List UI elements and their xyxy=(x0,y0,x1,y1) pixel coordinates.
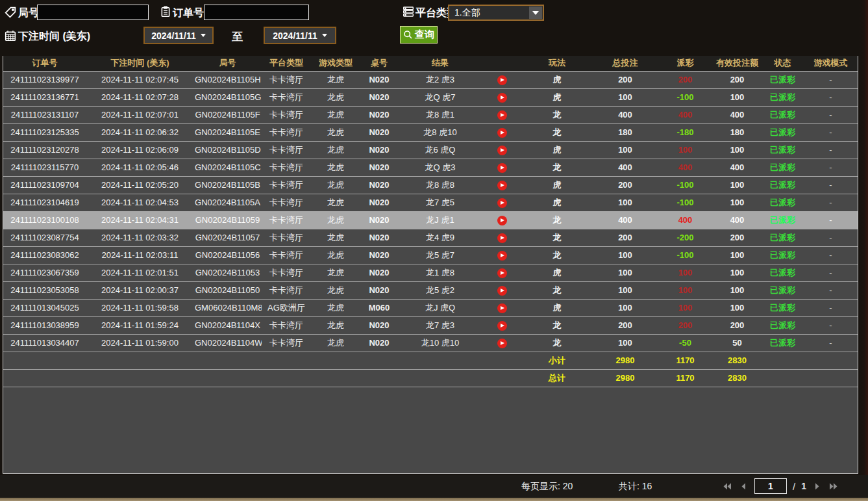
payout-cell: 400 xyxy=(658,211,713,229)
bet-time-cell: 2024-11-11 01:59:00 xyxy=(86,334,193,352)
game-mode-cell: - xyxy=(804,246,858,264)
query-button[interactable]: 查询 xyxy=(400,26,438,44)
table-no-cell: N020 xyxy=(360,123,398,141)
bet-time-cell: 2024-11-11 02:05:46 xyxy=(86,159,193,176)
replay-play-icon[interactable] xyxy=(497,163,507,173)
table-row[interactable]: 2411110230877542024-11-11 02:03:32GN0202… xyxy=(3,229,858,246)
round-id-cell: GN02024B1105A xyxy=(193,194,262,211)
summary-row: 总计298011702830 xyxy=(3,369,858,387)
status-cell: 已派彩 xyxy=(762,316,804,334)
replay-play-icon[interactable] xyxy=(497,198,507,208)
replay-play-icon[interactable] xyxy=(497,286,507,296)
table-row[interactable]: 2411110231311072024-11-11 02:07:01GN0202… xyxy=(3,106,858,123)
replay-play-icon[interactable] xyxy=(497,251,507,261)
round-id-cell: GN02024B1105D xyxy=(193,141,262,159)
table-row[interactable]: 2411110130450252024-11-11 01:59:58GM0602… xyxy=(3,299,858,316)
orders-table: 订单号下注时间 (美东)局号平台类型游戏类型桌号结果玩法总投注派彩有效投注额状态… xyxy=(3,56,858,474)
table-row[interactable]: 2411110231202782024-11-11 02:06:09GN0202… xyxy=(3,141,858,159)
valid-bet-cell: 100 xyxy=(713,194,762,211)
platform-cell: 卡卡湾厅 xyxy=(262,316,311,334)
replay-play-icon[interactable] xyxy=(497,146,507,155)
payout-cell: 400 xyxy=(658,159,713,176)
table-row[interactable]: 2411110231097042024-11-11 02:05:20GN0202… xyxy=(3,176,858,194)
game-mode-cell: - xyxy=(804,334,858,352)
result-cell: 龙2 虎3 xyxy=(398,71,482,88)
table-row[interactable]: 2411110130344072024-11-11 01:59:00GN0202… xyxy=(3,334,858,352)
first-page-icon[interactable] xyxy=(722,481,732,491)
table-row[interactable]: 2411110230830622024-11-11 02:03:11GN0202… xyxy=(3,246,858,264)
table-row[interactable]: 2411110231399772024-11-11 02:07:45GN0202… xyxy=(3,71,858,88)
table-row[interactable]: 2411110231046192024-11-11 02:04:53GN0202… xyxy=(3,194,858,211)
table-row[interactable]: 2411110231157702024-11-11 02:05:46GN0202… xyxy=(3,159,858,176)
table-row[interactable]: 2411110231253352024-11-11 02:06:32GN0202… xyxy=(3,123,858,141)
valid-bet-cell: 100 xyxy=(713,246,762,264)
summary-empty-cell xyxy=(193,369,262,387)
status-cell: 已派彩 xyxy=(762,246,804,264)
next-page-icon[interactable] xyxy=(812,481,823,491)
prev-page-icon[interactable] xyxy=(738,481,749,491)
bet-time-cell: 2024-11-11 02:07:28 xyxy=(86,88,193,106)
platform-cell: 卡卡湾厅 xyxy=(262,194,311,211)
table-row[interactable]: 2411110230530582024-11-11 02:00:37GN0202… xyxy=(3,281,858,299)
game-type-cell: 龙虎 xyxy=(311,194,360,211)
total-count-value: 16 xyxy=(642,481,652,491)
bet-time-label: 下注时间 (美东) xyxy=(18,30,90,44)
replay-play-icon[interactable] xyxy=(497,110,507,120)
replay-play-icon[interactable] xyxy=(497,216,507,225)
table-no-cell: N020 xyxy=(360,211,398,229)
total-bet-cell: 200 xyxy=(593,176,658,194)
date-to-picker[interactable]: 2024/11/11 xyxy=(264,27,336,44)
table-row[interactable]: 2411110130389592024-11-11 01:59:24GN0202… xyxy=(3,316,858,334)
result-cell: 龙4 虎9 xyxy=(398,229,482,246)
replay-cell xyxy=(482,264,521,281)
order-number-input[interactable] xyxy=(204,5,309,20)
table-row[interactable]: 2411110230673592024-11-11 02:01:51GN0202… xyxy=(3,264,858,281)
status-cell: 已派彩 xyxy=(762,211,804,229)
result-cell: 龙5 虎2 xyxy=(398,281,482,299)
total-bet-cell: 200 xyxy=(593,316,658,334)
date-range-to-label: 至 xyxy=(232,29,243,44)
column-header: 玩法 xyxy=(521,56,593,71)
round-id-cell: GN02024B11053 xyxy=(193,264,262,281)
status-cell: 已派彩 xyxy=(762,141,804,159)
round-id-cell: GM06024B110M8 xyxy=(193,299,262,316)
replay-play-icon[interactable] xyxy=(497,75,507,85)
round-number-input[interactable] xyxy=(37,5,149,20)
table-row[interactable]: 2411110231367712024-11-11 02:07:28GN0202… xyxy=(3,88,858,106)
platform-cell: 卡卡湾厅 xyxy=(262,246,311,264)
game-type-cell: 龙虎 xyxy=(311,176,360,194)
date-from-picker[interactable]: 2024/11/11 xyxy=(143,27,214,44)
replay-play-icon[interactable] xyxy=(497,321,507,331)
column-header: 派彩 xyxy=(658,56,713,71)
result-cell: 龙8 虎1 xyxy=(398,106,482,123)
platform-cell: 卡卡湾厅 xyxy=(262,141,311,159)
summary-empty-cell xyxy=(482,369,521,387)
last-page-icon[interactable] xyxy=(828,481,839,491)
column-header: 总投注 xyxy=(593,56,658,71)
replay-play-icon[interactable] xyxy=(497,303,507,313)
column-header: 状态 xyxy=(762,56,804,71)
play-type-cell: 虎 xyxy=(521,176,593,194)
replay-play-icon[interactable] xyxy=(497,181,507,190)
replay-play-icon[interactable] xyxy=(497,233,507,243)
platform-cell: 卡卡湾厅 xyxy=(262,123,311,141)
result-cell: 龙Q 虎7 xyxy=(398,88,482,106)
summary-valid-bet-cell: 2830 xyxy=(713,369,762,387)
order-id-cell: 241111023115770 xyxy=(3,159,86,176)
replay-play-icon[interactable] xyxy=(497,268,507,278)
play-type-cell: 龙 xyxy=(521,246,593,264)
platform-type-select[interactable]: 1.全部 xyxy=(448,5,544,21)
replay-play-icon[interactable] xyxy=(497,128,507,138)
bet-time-cell: 2024-11-11 01:59:58 xyxy=(86,299,193,316)
order-id-cell: 241111013038959 xyxy=(3,316,86,334)
result-cell: 龙7 虎3 xyxy=(398,316,482,334)
replay-play-icon[interactable] xyxy=(497,339,507,348)
date-to-value: 2024/11/11 xyxy=(273,31,317,41)
table-no-cell: N020 xyxy=(360,281,398,299)
page-input[interactable]: 1 xyxy=(754,478,787,494)
table-row[interactable]: 2411110231001082024-11-11 02:04:31GN0202… xyxy=(3,211,858,229)
table-no-cell: M060 xyxy=(360,299,398,316)
replay-play-icon[interactable] xyxy=(497,93,507,103)
per-page-value: 20 xyxy=(563,481,573,491)
order-id-cell: 241111023067359 xyxy=(3,264,86,281)
